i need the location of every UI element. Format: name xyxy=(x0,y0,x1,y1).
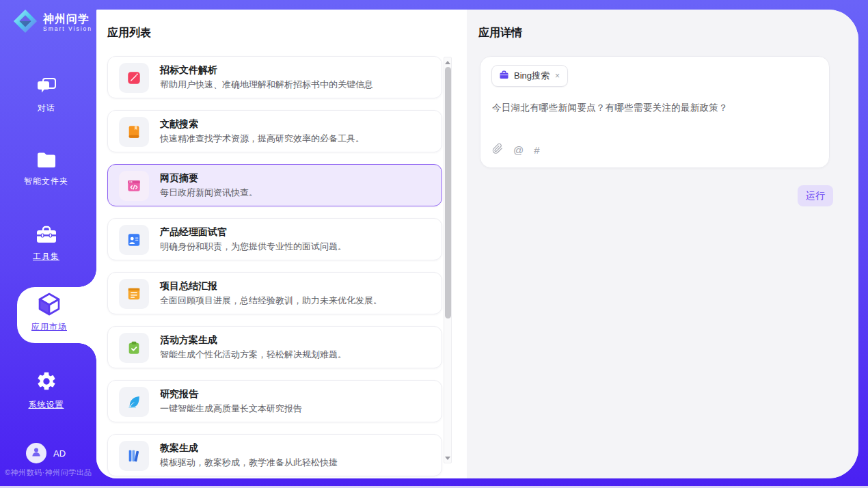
toolbox-icon xyxy=(0,226,92,247)
scrollbar-thumb[interactable] xyxy=(445,67,451,318)
app-card-desc: 智能生成个性化活动方案，轻松解决规划难题。 xyxy=(160,349,347,361)
app-card-pm-interviewer[interactable]: 产品经理面试官 明确身份和职责，为您提供专业性的面试问题。 xyxy=(107,218,442,260)
mention-icon[interactable]: @ xyxy=(513,145,524,155)
app-card-lesson-plan[interactable]: 教案生成 模板驱动，教案秒成，教学准备从此轻松快捷 xyxy=(107,434,442,476)
brand-logo: 神州问学 Smart Vision xyxy=(12,8,92,37)
sidebar: 神州问学 Smart Vision 对话 智能文件夹 xyxy=(0,0,96,488)
app-card-event-plan[interactable]: 活动方案生成 智能生成个性化活动方案，轻松解决规划难题。 xyxy=(107,326,442,368)
app-card-title: 项目总结汇报 xyxy=(160,280,217,293)
app-card-desc: 每日政府新闻资讯快查。 xyxy=(160,187,258,199)
composer-toolbar: @ # xyxy=(492,143,540,157)
app-card-title: 网页摘要 xyxy=(160,172,198,185)
sidebar-item-chat[interactable]: 对话 xyxy=(0,77,92,114)
app-card-literature-search[interactable]: 文献搜索 快速精准查找学术资源，提高研究效率的必备工具。 xyxy=(107,110,442,152)
app-list-panel: 应用列表 招标文件解析 帮助用户快速、准确地理解和解析招标书中的关键信息 xyxy=(96,10,467,478)
avatar xyxy=(26,443,46,463)
scroll-up-icon[interactable] xyxy=(444,58,451,66)
close-icon[interactable]: × xyxy=(554,71,560,81)
book-icon xyxy=(119,117,149,147)
app-card-title: 招标文件解析 xyxy=(160,64,217,77)
app-card-bid-analysis[interactable]: 招标文件解析 帮助用户快速、准确地理解和解析招标书中的关键信息 xyxy=(107,56,442,98)
copyright-footer: ©神州数码·神州问学出品 xyxy=(5,467,92,478)
sidebar-item-settings[interactable]: 系统设置 xyxy=(0,370,92,411)
run-button[interactable]: 运行 xyxy=(798,185,833,206)
user-account[interactable]: AD xyxy=(26,443,66,463)
query-text[interactable]: 今日湖北有哪些新闻要点？有哪些需要关注的最新政策？ xyxy=(492,102,728,114)
sidebar-item-label: 系统设置 xyxy=(0,399,92,411)
brand-subtitle: Smart Vision xyxy=(43,25,92,32)
app-card-project-summary[interactable]: 项目总结汇报 全面回顾项目进展，总结经验教训，助力未来优化发展。 xyxy=(107,272,442,314)
app-card-web-summary[interactable]: 网页摘要 每日政府新闻资讯快查。 xyxy=(107,164,442,206)
sidebar-item-label: 智能文件夹 xyxy=(0,176,92,187)
sidebar-item-label: 工具集 xyxy=(0,251,92,262)
cube-icon xyxy=(36,309,63,321)
app-card-desc: 帮助用户快速、准确地理解和解析招标书中的关键信息 xyxy=(160,79,373,91)
quill-icon xyxy=(119,387,149,417)
folder-icon xyxy=(0,152,92,172)
sidebar-item-label: 应用市场 xyxy=(10,321,89,333)
app-card-desc: 快速精准查找学术资源，提高研究效率的必备工具。 xyxy=(160,133,364,145)
user-name: AD xyxy=(53,448,66,459)
edit-square-icon xyxy=(119,63,149,93)
app-list-title: 应用列表 xyxy=(107,26,151,40)
app-card-desc: 一键智能生成高质量长文本研究报告 xyxy=(160,403,302,415)
app-card-title: 研究报告 xyxy=(160,388,198,401)
brand-name: 神州问学 xyxy=(43,13,92,25)
chat-icon xyxy=(0,77,92,98)
app-card-desc: 全面回顾项目进展，总结经验教训，助力未来优化发展。 xyxy=(160,295,382,307)
app-window: 神州问学 Smart Vision 对话 智能文件夹 xyxy=(0,0,868,488)
briefcase-icon xyxy=(499,70,509,83)
gear-icon xyxy=(0,370,92,395)
hash-icon[interactable]: # xyxy=(534,145,539,155)
browser-code-icon xyxy=(119,171,149,201)
clipboard-check-icon xyxy=(119,333,149,363)
tool-chip-label: Bing搜索 xyxy=(514,70,550,82)
sidebar-item-toolset[interactable]: 工具集 xyxy=(0,226,92,262)
app-list-scrollbar[interactable] xyxy=(444,57,452,463)
app-card-title: 教案生成 xyxy=(160,442,198,455)
tool-chip-bing-search[interactable]: Bing搜索 × xyxy=(491,65,568,87)
app-detail-title: 应用详情 xyxy=(478,26,522,40)
scroll-down-icon[interactable] xyxy=(444,454,451,462)
app-card-desc: 模板驱动，教案秒成，教学准备从此轻松快捷 xyxy=(160,457,338,469)
query-input-card[interactable]: Bing搜索 × 今日湖北有哪些新闻要点？有哪些需要关注的最新政策？ @ # xyxy=(480,56,830,168)
app-card-title: 活动方案生成 xyxy=(160,334,217,347)
sidebar-item-label: 对话 xyxy=(0,103,92,114)
app-card-research-report[interactable]: 研究报告 一键智能生成高质量长文本研究报告 xyxy=(107,380,442,422)
app-card-title: 产品经理面试官 xyxy=(160,226,227,239)
books-icon xyxy=(119,441,149,471)
paperclip-icon[interactable] xyxy=(492,143,503,157)
diamond-logo-icon xyxy=(12,8,38,37)
app-card-list: 招标文件解析 帮助用户快速、准确地理解和解析招标书中的关键信息 文献搜索 快速精… xyxy=(107,56,442,478)
sidebar-item-app-market[interactable]: 应用市场 xyxy=(10,291,89,333)
sidebar-item-smart-folder[interactable]: 智能文件夹 xyxy=(0,152,92,187)
person-icon xyxy=(30,446,42,461)
brand-text: 神州问学 Smart Vision xyxy=(43,13,92,32)
app-detail-panel: 应用详情 Bing搜索 × 今日湖北有哪些新闻要点？有哪些需要关注的最新政策？ xyxy=(467,10,858,478)
main-content: 应用列表 招标文件解析 帮助用户快速、准确地理解和解析招标书中的关键信息 xyxy=(96,10,858,478)
app-card-title: 文献搜索 xyxy=(160,118,198,131)
note-report-icon xyxy=(119,279,149,309)
interviewer-doc-icon xyxy=(119,225,149,255)
app-card-desc: 明确身份和职责，为您提供专业性的面试问题。 xyxy=(160,241,347,253)
